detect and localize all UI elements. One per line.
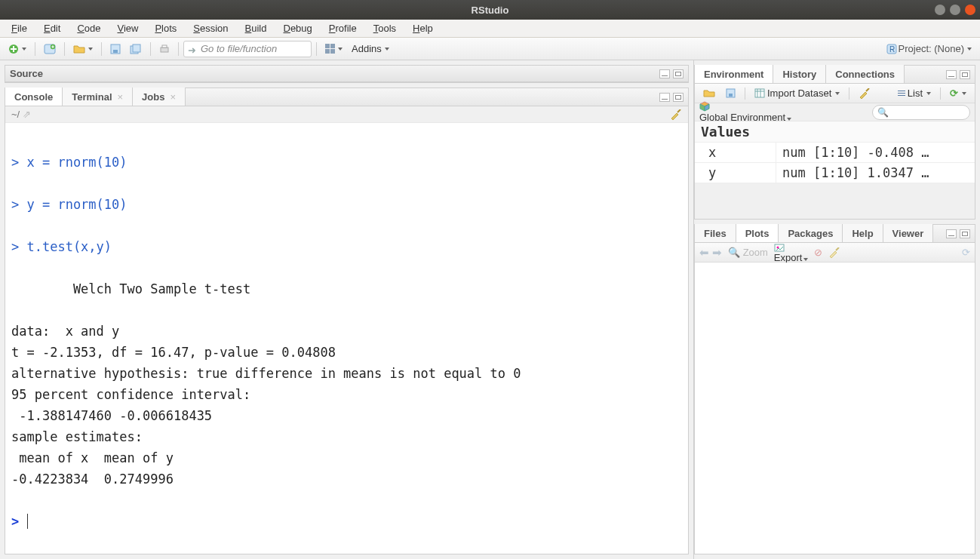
env-refresh-button[interactable]: ⟳ (946, 85, 970, 101)
tab-environment[interactable]: Environment (695, 65, 773, 83)
clear-console-button[interactable] (670, 109, 682, 120)
title-bar: RStudio (0, 0, 980, 20)
import-icon (754, 88, 765, 98)
tab-files[interactable]: Files (695, 224, 736, 242)
menu-bar: File Edit Code View Plots Session Build … (0, 20, 980, 38)
menu-session[interactable]: Session (186, 21, 235, 35)
print-button[interactable] (155, 41, 174, 57)
window-close-button[interactable] (965, 5, 975, 15)
tab-viewer[interactable]: Viewer (883, 224, 934, 242)
plot-remove-button[interactable]: ⊘ (814, 247, 822, 258)
menu-code[interactable]: Code (70, 21, 107, 35)
plots-maximize-button[interactable] (960, 229, 970, 238)
cursor (27, 514, 28, 529)
window-controls (935, 5, 975, 15)
tab-plots[interactable]: Plots (736, 224, 779, 242)
window-maximize-button[interactable] (950, 5, 960, 15)
menu-build[interactable]: Build (238, 21, 274, 35)
environment-pane: Environment History Connections Import D… (694, 65, 975, 220)
save-button[interactable] (106, 41, 124, 57)
plot-prev-button[interactable]: ⬅ (699, 246, 709, 260)
menu-plots[interactable]: Plots (148, 21, 183, 35)
source-minimize-button[interactable] (659, 69, 670, 78)
print-icon (159, 44, 170, 54)
env-search-input[interactable]: 🔍 (872, 105, 970, 120)
broom-icon (670, 109, 682, 120)
menu-edit[interactable]: Edit (37, 21, 67, 35)
env-save-button[interactable] (722, 86, 739, 100)
save-all-button[interactable] (126, 41, 146, 57)
menu-tools[interactable]: Tools (367, 21, 403, 35)
tab-connections[interactable]: Connections (826, 65, 905, 83)
menu-debug[interactable]: Debug (277, 21, 319, 35)
goto-file-input[interactable]: ➜ Go to file/function (183, 41, 312, 57)
save-icon (110, 44, 121, 54)
env-minimize-button[interactable] (946, 70, 957, 79)
menu-file[interactable]: File (5, 21, 34, 35)
env-tabstrip: Environment History Connections (695, 66, 975, 84)
pane-grid-icon (325, 44, 335, 54)
plot-clear-button[interactable] (828, 247, 840, 258)
console-pane: Console Terminal× Jobs× ~/ ⇗ > x = rnorm… (5, 88, 689, 554)
values-header: Values (695, 121, 975, 143)
save-icon (726, 88, 736, 98)
tab-terminal[interactable]: Terminal× (63, 88, 133, 106)
list-icon (898, 89, 905, 97)
open-file-button[interactable] (69, 41, 97, 57)
cube-icon (699, 101, 710, 112)
env-open-button[interactable] (699, 86, 719, 100)
console-minimize-button[interactable] (659, 93, 670, 102)
new-project-button[interactable] (40, 41, 60, 57)
env-values: Values x num [1:10] -0.408 … y num [1:10… (695, 121, 975, 183)
close-icon[interactable]: × (118, 91, 124, 103)
env-view-mode-button[interactable]: List (894, 85, 935, 101)
svg-rect-8 (162, 45, 167, 48)
plot-zoom-button[interactable]: 🔍 Zoom (728, 247, 768, 258)
plots-toolbar: ⬅ ➡ 🔍 Zoom Export ⊘ ⟳ (695, 243, 975, 263)
export-icon (774, 242, 785, 252)
project-icon: R (886, 44, 897, 54)
console-prompt: > (11, 514, 19, 529)
tab-console[interactable]: Console (5, 88, 63, 106)
plot-next-button[interactable]: ➡ (712, 246, 722, 260)
close-icon[interactable]: × (170, 91, 176, 103)
new-project-icon (44, 44, 56, 54)
plot-export-button[interactable]: Export (774, 242, 809, 263)
env-var-name: y (695, 163, 776, 183)
env-maximize-button[interactable] (960, 70, 970, 79)
source-maximize-button[interactable] (673, 69, 684, 78)
env-var-value: num [1:10] -0.408 … (776, 143, 975, 162)
console-maximize-button[interactable] (673, 93, 684, 102)
window-minimize-button[interactable] (935, 5, 945, 15)
refresh-icon: ⟳ (950, 88, 958, 99)
tab-packages[interactable]: Packages (779, 224, 843, 242)
env-row-y[interactable]: y num [1:10] 1.0347 … (695, 163, 975, 183)
tab-jobs[interactable]: Jobs× (133, 88, 186, 106)
console-popout-icon[interactable]: ⇗ (23, 109, 31, 120)
import-dataset-button[interactable]: Import Dataset (751, 85, 843, 101)
env-row-x[interactable]: x num [1:10] -0.408 … (695, 143, 975, 163)
svg-line-18 (836, 247, 839, 250)
goto-arrow-icon: ➜ (188, 45, 196, 57)
env-clear-button[interactable] (855, 86, 874, 101)
svg-line-11 (677, 109, 680, 112)
addins-button[interactable]: Addins (348, 41, 393, 57)
plots-minimize-button[interactable] (946, 229, 957, 238)
pane-layout-button[interactable] (321, 41, 346, 57)
addins-label: Addins (352, 43, 382, 54)
env-var-value: num [1:10] 1.0347 … (776, 163, 975, 183)
menu-help[interactable]: Help (406, 21, 440, 35)
tab-history[interactable]: History (773, 65, 826, 83)
project-menu-button[interactable]: R Project: (None) (883, 41, 975, 57)
menu-view[interactable]: View (110, 21, 145, 35)
new-file-button[interactable] (5, 41, 30, 57)
svg-rect-4 (113, 50, 118, 53)
tab-help[interactable]: Help (843, 224, 883, 242)
svg-rect-13 (729, 94, 733, 97)
menu-profile[interactable]: Profile (322, 21, 364, 35)
plot-refresh-button[interactable]: ⟳ (962, 247, 970, 258)
env-scope-button[interactable]: Global Environment (699, 101, 791, 123)
new-file-icon (8, 44, 19, 54)
broom-icon (828, 247, 840, 258)
console-output[interactable]: > x = rnorm(10) > y = rnorm(10) > t.test… (5, 123, 688, 554)
